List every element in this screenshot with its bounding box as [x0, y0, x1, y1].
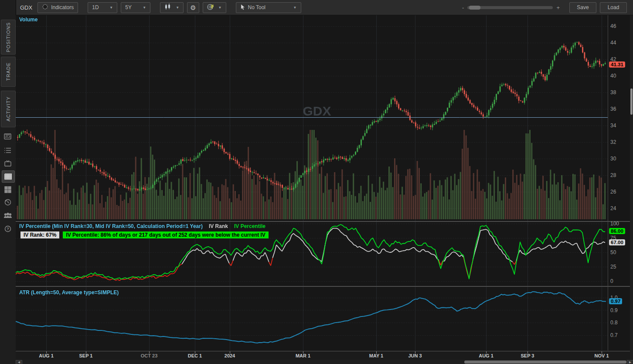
price-axis-tick: 46 — [610, 23, 616, 29]
right-strip — [630, 15, 633, 360]
timeframe-dropdown[interactable]: 1D ▼ — [88, 2, 117, 13]
legend-iv-percentile: IV Percentile — [234, 223, 265, 229]
chart-style-dropdown[interactable]: ▼ — [203, 2, 226, 13]
candlestick-icon — [164, 3, 171, 11]
vertical-scrollbar-thumb[interactable] — [630, 88, 633, 115]
tool-label: No Tool — [248, 4, 265, 10]
time-axis-label: AUG 1 — [479, 353, 493, 358]
sidebar-watchlist-icon[interactable] — [2, 145, 14, 156]
atr-axis-tick: 0.7 — [610, 332, 618, 338]
price-axis-tick: 38 — [610, 89, 616, 95]
gear-icon: ⚙ — [190, 4, 196, 11]
atr-axis-tick: 0.9 — [610, 307, 618, 313]
scroll-left-button[interactable]: ◀ — [16, 360, 22, 364]
sidebar-tab-activity[interactable]: ACTIVITY — [1, 91, 16, 127]
iv-percentile-badge: IV Percentile: 86% of days or 217 days o… — [63, 231, 269, 238]
chart-toolbar: GDX Indicators 1D ▼ 5Y ▼ ▼ ⚙ — [16, 0, 633, 15]
zoom-slider-thumb[interactable] — [469, 6, 480, 10]
time-axis-label: DEC 1 — [188, 353, 202, 358]
sidebar-tab-label: ACTIVITY — [6, 96, 11, 122]
chevron-down-icon: ▼ — [109, 6, 113, 10]
sidebar-tab-trade[interactable]: TRADE — [1, 57, 16, 87]
iv-status-badges: IV Rank: 67% IV Percentile: 86% of days … — [20, 231, 269, 238]
atr-value-badge: 0.97 — [609, 298, 622, 304]
time-axis-label: SEP 3 — [521, 353, 534, 358]
iv-pane-title: IV Percentile (Min IV Rank=30, Mid IV Ra… — [19, 223, 203, 229]
iv-axis-tick: 100 — [610, 221, 619, 227]
price-axis-tick: 32 — [610, 139, 616, 145]
pane-divider[interactable] — [16, 286, 630, 287]
sidebar-tv-icon[interactable] — [2, 158, 14, 169]
time-axis-label: SEP 1 — [79, 353, 93, 358]
sidebar-news-icon[interactable] — [2, 131, 14, 142]
chevron-down-icon: ▼ — [293, 6, 297, 10]
horizontal-scrollbar-thumb[interactable] — [464, 361, 626, 364]
load-button[interactable]: Load — [600, 2, 627, 13]
time-axis-label: 2024 — [225, 353, 235, 358]
iv-pane-header: IV Percentile (Min IV Rank=30, Mid IV Ra… — [19, 223, 265, 229]
price-axis-border — [608, 15, 608, 350]
zoom-in-button[interactable]: + — [556, 4, 560, 11]
time-axis-label: AUG 1 — [39, 353, 54, 358]
sidebar-help-icon[interactable]: ? — [2, 223, 14, 235]
price-chart-canvas[interactable] — [16, 15, 608, 221]
sidebar-history-icon[interactable] — [2, 197, 14, 208]
legend-iv-rank: IV Rank — [209, 223, 228, 229]
iv-rank-value-badge: 67.00 — [609, 239, 625, 245]
pane-divider[interactable] — [16, 221, 630, 222]
sidebar-tab-label: TRADE — [6, 62, 11, 81]
time-axis-label: JUN 3 — [408, 353, 422, 358]
price-axis-tick: 24 — [610, 205, 616, 211]
chart-style-icon — [207, 3, 214, 12]
price-axis-tick: 28 — [610, 172, 616, 178]
sidebar-tab-positions[interactable]: POSITIONS — [1, 20, 16, 54]
indicators-label: Indicators — [51, 4, 74, 10]
atr-axis-tick: 0.8 — [610, 320, 618, 326]
iv-rank-badge: IV Rank: 67% — [20, 231, 59, 238]
chevron-down-icon: ▼ — [176, 6, 179, 10]
chart-settings-button[interactable]: ⚙ — [187, 2, 199, 13]
iv-percentile-value-badge: 86.00 — [609, 228, 625, 234]
price-axis-tick: 26 — [610, 189, 616, 195]
sidebar-community-icon[interactable] — [2, 210, 14, 221]
range-dropdown[interactable]: 5Y ▼ — [121, 2, 150, 13]
price-axis-tick: 36 — [610, 106, 616, 112]
volume-overlay-label: Volume — [19, 17, 37, 23]
price-axis-tick: 30 — [610, 156, 616, 162]
sidebar-chart-grid-icon[interactable] — [2, 170, 15, 183]
sidebar-dashboard-icon[interactable] — [2, 184, 14, 195]
chevron-down-icon: ▼ — [218, 6, 222, 10]
iv-axis-tick: 0 — [610, 278, 613, 284]
price-axis-tick: 34 — [610, 122, 616, 129]
symbol-label: GDX — [20, 4, 32, 11]
zoom-control: - + — [462, 4, 560, 11]
range-value: 5Y — [125, 4, 132, 10]
chevron-down-icon: ▼ — [143, 6, 146, 10]
svg-text:?: ? — [7, 227, 9, 231]
trading-platform-window: GDX Indicators 1D ▼ 5Y ▼ ▼ ⚙ — [0, 0, 633, 364]
indicators-icon — [42, 3, 48, 11]
chart-type-dropdown[interactable]: ▼ — [160, 2, 184, 13]
iv-axis-tick: 50 — [610, 249, 616, 255]
drawing-tool-dropdown[interactable]: No Tool ▼ — [236, 2, 301, 13]
time-axis-label: OCT 23 — [141, 353, 158, 358]
price-axis-tick: 44 — [610, 40, 616, 46]
left-sidebar: POSITIONSTRADEACTIVITY? — [0, 0, 16, 364]
time-axis-label: MAR 1 — [296, 353, 310, 358]
zoom-out-button[interactable]: - — [462, 4, 464, 11]
indicators-button[interactable]: Indicators — [37, 2, 78, 13]
price-axis-tick: 40 — [610, 73, 616, 79]
atr-pane-title: ATR (Length=50, Average type=SIMPLE) — [19, 289, 119, 296]
sidebar-tab-label: POSITIONS — [6, 22, 11, 52]
save-button[interactable]: Save — [569, 2, 596, 13]
time-axis-label: MAY 1 — [369, 353, 383, 358]
last-price-badge: 41.31 — [609, 61, 625, 68]
atr-canvas[interactable] — [16, 287, 608, 350]
time-axis-label: NOV 1 — [594, 353, 609, 358]
cursor-icon — [240, 4, 245, 11]
time-axis[interactable]: AUG 1SEP 1OCT 23DEC 12024MAR 1MAY 1JUN 3… — [16, 351, 630, 360]
timeframe-value: 1D — [92, 4, 99, 10]
scroll-right-button[interactable]: ▶ — [627, 360, 633, 364]
zoom-slider-track[interactable] — [467, 6, 553, 9]
iv-axis-tick: 25 — [610, 264, 616, 270]
